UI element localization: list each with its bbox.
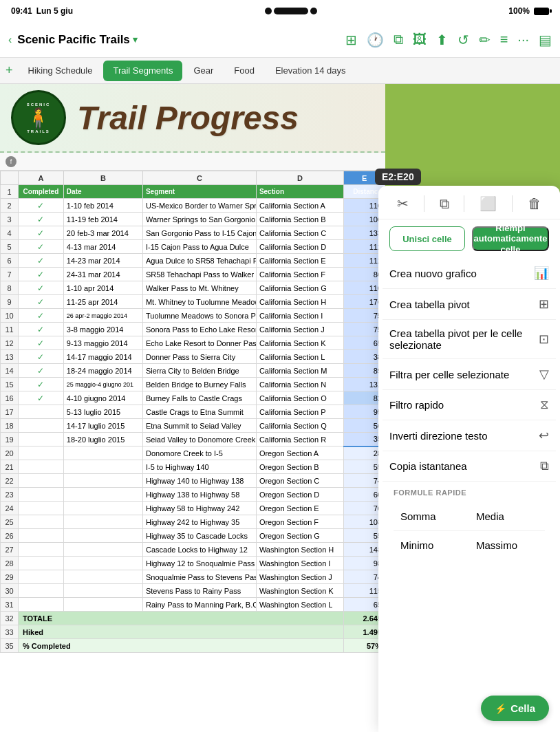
menu-item-filtro-rapido[interactable]: Filtro rapido ⧖ <box>383 390 556 420</box>
formule-somma[interactable]: Somma <box>394 502 469 531</box>
add-tab-button[interactable]: + <box>6 63 13 78</box>
table-row[interactable]: 29 Snoqualmie Pass to Stevens Pass Washi… <box>1 570 385 584</box>
layers-icon[interactable]: ⧉ <box>394 32 403 47</box>
table-row[interactable]: 4 ✓ 20 feb-3 mar 2014 San Gorgonio Pass … <box>1 226 385 240</box>
menu-item-inverti[interactable]: Inverti direzione testo ↩ <box>383 420 556 451</box>
table-row[interactable]: 28 Highway 12 to Snoqualmie Pass Washing… <box>1 557 385 570</box>
data-table: A B C D E 1 Completed Date <box>0 171 385 653</box>
copy-icon[interactable]: ⧉ <box>440 196 449 212</box>
lightning-icon: ⚡ <box>495 703 506 714</box>
table-row[interactable]: 13 ✓ 14-17 maggio 2014 Donner Pass to Si… <box>1 350 385 364</box>
table-row[interactable]: 5 ✓ 4-13 mar 2014 I-15 Cajon Pass to Agu… <box>1 240 385 254</box>
context-menu: ✂ ⧉ ⬜ 🗑 Unisci celle Riempi automaticame… <box>378 186 560 732</box>
formule-minimo[interactable]: Minimo <box>394 531 469 559</box>
table-row[interactable]: 23 Highway 138 to Highway 58 Oregon Sect… <box>1 488 385 502</box>
formula-circle-icon: f <box>6 156 17 167</box>
cell-ref-bubble: E2:E20 <box>375 169 421 185</box>
snapshot-icon: ⧉ <box>540 459 549 473</box>
paste-icon[interactable]: ⬜ <box>480 195 497 212</box>
cella-button[interactable]: ⚡ Cella <box>481 696 549 721</box>
spreadsheet-grid[interactable]: A B C D E 1 Completed Date <box>0 171 385 732</box>
dynamic-island <box>265 8 317 14</box>
tab-bar: + Hiking Schedule Trail Segments Gear Fo… <box>0 58 560 84</box>
pivot-icon: ⊞ <box>539 297 549 312</box>
app-title: Scenic Pacific Trails ▾ <box>17 33 345 47</box>
menu-action-buttons: Unisci celle Riempi automaticamente cell… <box>378 219 560 258</box>
sidebar-icon[interactable]: ▤ <box>539 32 552 48</box>
table-row[interactable]: 17 5-13 luglio 2015 Castle Crags to Etna… <box>1 405 385 419</box>
table-row[interactable]: 11 ✓ 3-8 maggio 2014 Sonora Pass to Echo… <box>1 323 385 336</box>
table-row[interactable]: 26 Highway 35 to Cascade Locks Oregon Se… <box>1 529 385 543</box>
status-time: 09:41 <box>11 6 32 16</box>
tab-elevation[interactable]: Elevation 14 days <box>266 61 356 81</box>
spreadsheet-area: SCENIC 🧍 TRAILS Trail Progress f A B <box>0 84 385 732</box>
battery-percent: 100% <box>508 6 530 16</box>
menu-item-tabella-pivot-sel[interactable]: Crea tabella pivot per le celle selezion… <box>383 320 556 359</box>
riempi-button[interactable]: Riempi automaticamente celle <box>472 226 549 251</box>
table-row[interactable]: 6 ✓ 14-23 mar 2014 Agua Dulce to SR58 Te… <box>1 254 385 268</box>
pencil-icon[interactable]: ✏ <box>479 32 491 48</box>
dots-icon[interactable]: ··· <box>517 32 529 47</box>
tab-food[interactable]: Food <box>224 61 264 81</box>
table-row[interactable]: 18 14-17 luglio 2015 Etna Summit to Seia… <box>1 419 385 433</box>
status-day: Lun 5 giu <box>36 6 73 16</box>
table-row[interactable]: 16 ✓ 4-10 giugno 2014 Burney Falls to Ca… <box>1 391 385 405</box>
formule-media[interactable]: Media <box>469 502 545 531</box>
table-row[interactable]: 12 ✓ 9-13 maggio 2014 Echo Lake Resort t… <box>1 336 385 350</box>
formule-title: FORMULE RAPIDE <box>394 488 545 497</box>
delete-icon[interactable]: 🗑 <box>528 196 541 212</box>
col-header-d: D <box>256 171 343 185</box>
header-row: 1 Completed Date Segment Section Distanc… <box>1 185 385 199</box>
table-icon[interactable]: ⊞ <box>345 32 357 48</box>
table-row[interactable]: 2 ✓ 1-10 feb 2014 US-Mexico Border to Wa… <box>1 199 385 213</box>
table-row[interactable]: 14 ✓ 18-24 maggio 2014 Sierra City to Be… <box>1 364 385 378</box>
table-row[interactable]: 10 ✓ 26 apr-2 maggio 2014 Tuolumne Meado… <box>1 309 385 323</box>
battery-icon <box>534 8 549 15</box>
divider <box>512 195 513 212</box>
status-left: 09:41 Lun 5 giu <box>11 6 73 16</box>
col-header-a: A <box>19 171 64 185</box>
menu-item-filtra[interactable]: Filtra per celle selezionate ▽ <box>383 359 556 390</box>
table-row[interactable]: 20 Donomore Creek to I-5 Oregon Section … <box>1 446 385 460</box>
image-icon[interactable]: 🖼 <box>413 32 427 47</box>
table-row[interactable]: 22 Highway 140 to Highway 138 Oregon Sec… <box>1 474 385 488</box>
unisci-celle-button[interactable]: Unisci celle <box>389 226 465 251</box>
tab-trail-segments[interactable]: Trail Segments <box>103 61 182 81</box>
percent-row: 35 % Completed 57% <box>1 639 385 653</box>
menu-item-copia-istantanea[interactable]: Copia istantanea ⧉ <box>383 451 556 482</box>
status-bar: 09:41 Lun 5 giu 100% <box>0 0 560 22</box>
table-row[interactable]: 15 ✓ 25 maggio-4 giugno 201 Belden Bridg… <box>1 378 385 391</box>
table-row[interactable]: 24 Highway 58 to Highway 242 Oregon Sect… <box>1 502 385 515</box>
logo: SCENIC 🧍 TRAILS <box>11 90 66 145</box>
menu-item-tabella-pivot[interactable]: Crea tabella pivot ⊞ <box>383 289 556 320</box>
refresh-icon[interactable]: ↺ <box>457 32 469 48</box>
formule-massimo[interactable]: Massimo <box>469 531 545 559</box>
context-menu-items: Crea nuovo grafico 📊 Crea tabella pivot … <box>378 258 560 732</box>
table-row[interactable]: 3 ✓ 11-19 feb 2014 Warner Springs to San… <box>1 213 385 226</box>
divider <box>424 195 424 212</box>
filter-icon: ▽ <box>539 367 549 382</box>
table-row[interactable]: 8 ✓ 1-10 apr 2014 Walker Pass to Mt. Whi… <box>1 281 385 295</box>
share-icon[interactable]: ⬆ <box>436 32 448 48</box>
filter-quick-icon: ⧖ <box>540 398 549 412</box>
back-button[interactable]: ‹ <box>8 34 12 46</box>
table-row[interactable]: 31 Rainy Pass to Manning Park, B.C. Wash… <box>1 598 385 612</box>
tab-hiking-schedule[interactable]: Hiking Schedule <box>19 61 103 81</box>
table-row[interactable]: 21 I-5 to Highway 140 Oregon Section B 5… <box>1 460 385 474</box>
table-row[interactable]: 30 Stevens Pass to Rainy Pass Washington… <box>1 584 385 598</box>
table-row[interactable]: 27 Cascade Locks to Highway 12 Washingto… <box>1 543 385 557</box>
table-row[interactable]: 25 Highway 242 to Highway 35 Oregon Sect… <box>1 515 385 529</box>
formula-bar: f <box>0 153 385 171</box>
toolbar-icons: ⊞ 🕐 ⧉ 🖼 ⬆ ↺ ✏ ≡ ··· ▤ <box>345 32 552 48</box>
menu-item-crea-grafico[interactable]: Crea nuovo grafico 📊 <box>383 258 556 289</box>
title-dropdown-icon[interactable]: ▾ <box>133 34 138 45</box>
table-row[interactable]: 19 18-20 luglio 2015 Seiad Valley to Don… <box>1 433 385 446</box>
tab-gear[interactable]: Gear <box>184 61 223 81</box>
table-row[interactable]: 7 ✓ 24-31 mar 2014 SR58 Tehachapi Pass t… <box>1 268 385 281</box>
menu-icon[interactable]: ≡ <box>500 32 508 47</box>
table-row[interactable]: 9 ✓ 11-25 apr 2014 Mt. Whitney to Tuolum… <box>1 295 385 309</box>
col-header-c: C <box>142 171 256 185</box>
context-menu-toolbar: ✂ ⧉ ⬜ 🗑 <box>378 186 560 219</box>
clock-icon[interactable]: 🕐 <box>367 32 384 48</box>
cut-icon[interactable]: ✂ <box>397 195 409 212</box>
